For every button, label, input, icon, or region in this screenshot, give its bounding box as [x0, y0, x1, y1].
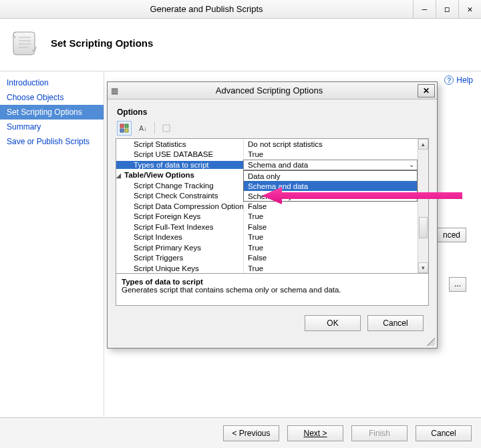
- property-pages-button[interactable]: [159, 121, 174, 136]
- grid-row[interactable]: Script Data Compression OptionsFalse: [116, 201, 418, 212]
- grid-row-value[interactable]: True: [243, 263, 418, 274]
- collapse-icon[interactable]: ◢: [116, 172, 122, 179]
- propertygrid-toolbar: A↓: [117, 121, 429, 136]
- help-link[interactable]: ? Help: [444, 75, 473, 85]
- options-property-grid[interactable]: Script StatisticsDo not script statistic…: [116, 138, 429, 274]
- nav-summary[interactable]: Summary: [0, 120, 104, 134]
- next-button[interactable]: Next >: [287, 425, 343, 441]
- window-title: Generate and Publish Scripts: [0, 0, 413, 18]
- grid-row[interactable]: Script IndexesTrue: [116, 232, 418, 243]
- dropdown-option-schema-and-data[interactable]: Schema and data: [244, 181, 417, 191]
- dropdown-option-data-only[interactable]: Data only: [244, 171, 417, 181]
- nav-set-scripting-options[interactable]: Set Scripting Options: [0, 105, 104, 120]
- grid-row-label: Script Check Constraints: [116, 192, 243, 200]
- grid-row-value[interactable]: True: [243, 212, 418, 222]
- grid-row-value[interactable]: True: [243, 242, 418, 253]
- scroll-down-button[interactable]: ▾: [418, 262, 428, 273]
- grid-row-label: Script Foreign Keys: [116, 212, 243, 220]
- help-label: Help: [456, 75, 473, 85]
- grid-row-value[interactable]: True: [243, 150, 418, 160]
- grid-row-value[interactable]: False: [243, 253, 418, 264]
- svg-rect-4: [120, 124, 124, 128]
- property-description-pane: Types of data to script Generates script…: [116, 274, 429, 306]
- grid-row[interactable]: Script USE DATABASETrue: [116, 150, 418, 160]
- grid-row-label: Script Primary Keys: [116, 244, 243, 252]
- alphabetical-view-button[interactable]: A↓: [136, 121, 150, 136]
- property-description-text: Generates script that contains schema on…: [122, 286, 423, 294]
- finish-button: Finish: [351, 425, 408, 441]
- page-title: Set Scripting Options: [51, 37, 153, 49]
- grid-row-label: Script Change Tracking: [116, 182, 243, 190]
- grid-row[interactable]: Script Full-Text IndexesFalse: [116, 222, 418, 232]
- types-of-data-dropdown[interactable]: Data only Schema and data Schema only: [243, 170, 418, 202]
- dialog-ok-button[interactable]: OK: [305, 315, 361, 331]
- window-minimize-button[interactable]: —: [413, 0, 436, 18]
- categorized-icon: [120, 124, 129, 133]
- grid-row[interactable]: Script StatisticsDo not script statistic…: [116, 139, 418, 150]
- dialog-title: Advanced Scripting Options: [121, 85, 418, 95]
- categorized-view-button[interactable]: [117, 121, 132, 136]
- svg-rect-5: [125, 124, 128, 128]
- wizard-nav: Introduction Choose Objects Set Scriptin…: [0, 71, 104, 417]
- svg-rect-8: [163, 125, 170, 132]
- scroll-thumb[interactable]: [419, 217, 428, 238]
- grid-row[interactable]: Types of data to scriptSchema and data⌄: [116, 160, 418, 170]
- browse-button[interactable]: ...: [449, 277, 466, 292]
- grid-row[interactable]: Script TriggersFalse: [116, 253, 418, 264]
- help-icon: ?: [444, 75, 454, 85]
- options-section-label: Options: [117, 107, 429, 117]
- grid-row-value[interactable]: True: [243, 232, 418, 243]
- dialog-cancel-button[interactable]: Cancel: [367, 315, 424, 331]
- svg-rect-7: [125, 129, 128, 132]
- grid-row-value[interactable]: Schema and data⌄: [243, 160, 418, 170]
- wizard-button-bar: < Previous Next > Finish Cancel: [0, 417, 481, 448]
- svg-rect-6: [120, 129, 124, 132]
- chevron-down-icon[interactable]: ⌄: [409, 161, 414, 168]
- nav-choose-objects[interactable]: Choose Objects: [0, 90, 104, 105]
- grid-row[interactable]: Script Primary KeysTrue: [116, 242, 418, 253]
- grid-row-label: Types of data to script: [116, 161, 243, 169]
- grid-row-value[interactable]: False: [243, 201, 418, 212]
- dialog-titlebar[interactable]: ▦ Advanced Scripting Options ✕: [108, 82, 437, 99]
- grid-row-label: Script Indexes: [116, 233, 243, 241]
- wizard-header: Set Scripting Options: [0, 19, 481, 71]
- grid-row-label: Script Full-Text Indexes: [116, 223, 243, 231]
- dialog-app-icon: ▦: [108, 86, 121, 95]
- window-close-button[interactable]: ✕: [458, 0, 481, 18]
- dialog-resize-grip[interactable]: [427, 338, 435, 346]
- nav-introduction[interactable]: Introduction: [0, 75, 104, 90]
- window-titlebar: Generate and Publish Scripts — ◻ ✕: [0, 0, 481, 19]
- sort-az-icon: A↓: [139, 125, 147, 132]
- grid-row-value[interactable]: Do not script statistics: [243, 139, 418, 150]
- dialog-close-button[interactable]: ✕: [418, 84, 435, 97]
- pages-icon: [162, 124, 171, 133]
- grid-row-label: Script Unique Keys: [116, 264, 243, 272]
- window-maximize-button[interactable]: ◻: [436, 0, 458, 18]
- nav-save-or-publish[interactable]: Save or Publish Scripts: [0, 134, 104, 149]
- dropdown-option-schema-only[interactable]: Schema only: [244, 191, 417, 201]
- cancel-button[interactable]: Cancel: [416, 425, 472, 441]
- grid-row-label: Script Triggers: [116, 254, 243, 262]
- grid-row-label: Script USE DATABASE: [116, 150, 243, 158]
- grid-row-value[interactable]: False: [243, 222, 418, 232]
- scroll-up-button[interactable]: ▴: [418, 139, 428, 150]
- script-scroll-icon: [11, 28, 40, 57]
- advanced-scripting-options-dialog: ▦ Advanced Scripting Options ✕ Options A…: [107, 81, 438, 349]
- grid-scrollbar[interactable]: ▴ ▾: [418, 139, 428, 273]
- grid-row-label: ◢Table/View Options: [116, 171, 243, 179]
- grid-row[interactable]: Script Foreign KeysTrue: [116, 212, 418, 222]
- previous-button[interactable]: < Previous: [223, 425, 279, 441]
- grid-row[interactable]: Script Unique KeysTrue: [116, 263, 418, 274]
- grid-row-label: Script Data Compression Options: [116, 202, 243, 210]
- grid-row-label: Script Statistics: [116, 140, 243, 148]
- property-description-title: Types of data to script: [122, 278, 423, 286]
- scroll-track[interactable]: [418, 150, 428, 262]
